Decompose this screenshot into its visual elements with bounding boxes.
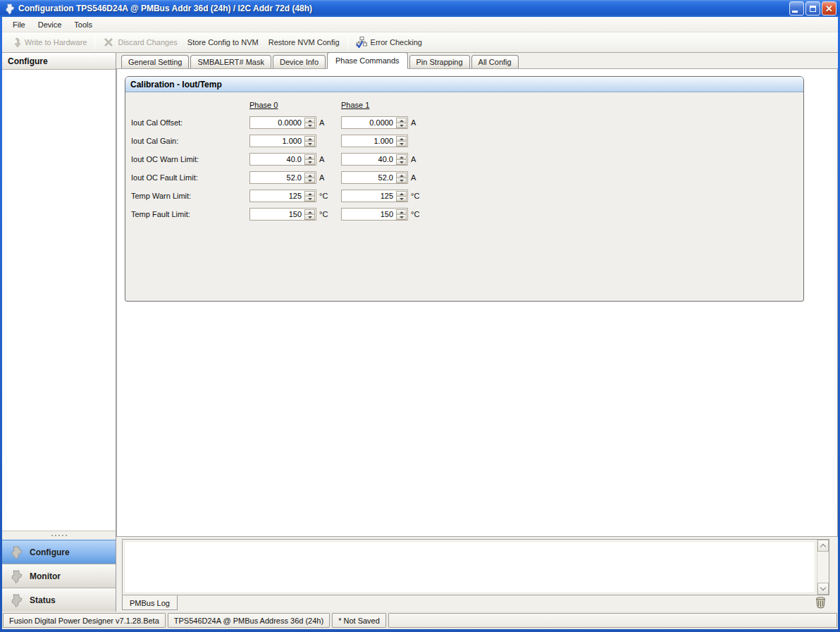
up-arrow-icon <box>308 211 312 213</box>
spin-down-button[interactable] <box>396 178 407 183</box>
iout-oc-fault-phase0-field[interactable] <box>249 171 316 184</box>
error-checking-label: Error Checking <box>371 38 422 47</box>
spin-down-button[interactable] <box>304 178 315 183</box>
pmbus-log-panel <box>122 539 829 595</box>
spin-down-button[interactable] <box>396 196 407 202</box>
spinner <box>396 209 407 219</box>
spin-down-button[interactable] <box>304 159 315 165</box>
iout-oc-warn-phase1-field[interactable] <box>341 153 408 166</box>
toolbar-separator <box>347 35 348 49</box>
temp-fault-phase0-field[interactable] <box>249 208 316 221</box>
status-app-version: Fusion Digital Power Designer v7.1.28.Be… <box>3 613 166 628</box>
clear-log-trash-icon[interactable] <box>815 597 827 609</box>
discard-changes-button[interactable]: Discard Changes <box>98 34 182 51</box>
sidebar-splitter-handle[interactable] <box>2 531 116 540</box>
unit-label: A <box>319 155 324 163</box>
write-to-hardware-button[interactable]: Write to Hardware <box>5 34 92 51</box>
iout-oc-fault-phase1-field[interactable] <box>341 171 408 184</box>
down-arrow-icon <box>400 125 404 127</box>
error-checking-button[interactable]: Error Checking <box>351 34 427 51</box>
iout-oc-warn-phase0-field[interactable] <box>249 153 316 166</box>
tab-all-config[interactable]: All Config <box>471 55 519 68</box>
row-label: Iout Cal Offset: <box>131 118 249 127</box>
restore-nvm-config-button[interactable]: Restore NVM Config <box>264 34 345 51</box>
temp-warn-phase1-field[interactable] <box>341 190 408 202</box>
discard-changes-label: Discard Changes <box>118 38 177 47</box>
minimize-icon <box>792 11 798 13</box>
tab-pin-strapping[interactable]: Pin Strapping <box>409 55 470 68</box>
menu-file[interactable]: File <box>6 18 32 31</box>
tab-pmbus-log[interactable]: PMBus Log <box>122 595 178 610</box>
nav-configure-button[interactable]: Configure <box>2 540 116 564</box>
row-iout-cal-offset: Iout Cal Offset: A <box>125 113 803 132</box>
tab-phase-commands[interactable]: Phase Commands <box>327 52 408 69</box>
menu-device[interactable]: Device <box>32 18 68 31</box>
phase1-column-header: Phase 1 <box>341 101 433 109</box>
spinner <box>304 118 315 128</box>
temp-warn-phase0-field[interactable] <box>249 190 316 202</box>
spinner <box>304 136 315 146</box>
spin-down-button[interactable] <box>396 214 407 220</box>
iout-cal-offset-phase1-field[interactable] <box>341 116 408 129</box>
up-arrow-icon <box>400 156 404 159</box>
spin-down-button[interactable] <box>396 123 407 128</box>
unit-label: °C <box>319 192 328 200</box>
configure-tree[interactable] <box>2 70 116 531</box>
up-arrow-icon <box>400 175 404 177</box>
toolbar: Write to Hardware Discard Changes Store … <box>2 32 838 53</box>
spin-down-button[interactable] <box>304 123 315 128</box>
nav-status-button[interactable]: Status <box>2 588 116 612</box>
phase0-column-header: Phase 0 <box>249 101 341 109</box>
tab-smbalert-mask[interactable]: SMBALERT# Mask <box>190 55 271 68</box>
spin-down-button[interactable] <box>304 141 315 147</box>
row-label: Iout OC Warn Limit: <box>131 155 249 163</box>
spin-down-button[interactable] <box>304 196 315 202</box>
temp-fault-phase1-field[interactable] <box>341 208 408 221</box>
close-button[interactable]: ✕ <box>822 1 836 16</box>
unit-label: °C <box>319 210 328 218</box>
ti-logo-icon <box>9 545 23 559</box>
store-config-to-nvm-button[interactable]: Store Config to NVM <box>183 34 264 51</box>
tab-general-setting[interactable]: General Setting <box>121 55 189 68</box>
tab-device-info[interactable]: Device Info <box>273 55 326 68</box>
unit-label: °C <box>411 192 419 200</box>
row-label: Temp Fault Limit: <box>131 210 249 218</box>
row-temp-fault-limit: Temp Fault Limit: °C <box>125 205 803 223</box>
close-icon: ✕ <box>825 4 833 13</box>
calibration-panel-title: Calibration - Iout/Temp <box>125 77 803 92</box>
spinner <box>304 209 315 219</box>
spin-down-button[interactable] <box>396 141 407 147</box>
menu-bar: File Device Tools <box>2 17 838 32</box>
log-scrollbar[interactable] <box>817 540 829 595</box>
minimize-button[interactable] <box>789 1 804 16</box>
maximize-button[interactable] <box>805 1 820 16</box>
toolbar-separator <box>94 35 95 49</box>
unit-label: A <box>319 173 324 182</box>
row-iout-oc-fault-limit: Iout OC Fault Limit: A <box>125 168 803 187</box>
spin-down-button[interactable] <box>396 159 407 165</box>
iout-cal-gain-phase0-field[interactable] <box>249 135 316 147</box>
iout-cal-offset-phase0-field[interactable] <box>249 116 316 129</box>
scroll-down-button[interactable] <box>817 583 829 595</box>
up-arrow-icon <box>308 156 312 159</box>
nav-monitor-button[interactable]: Monitor <box>2 564 116 588</box>
menu-tools[interactable]: Tools <box>68 18 99 31</box>
sidebar-header: Configure <box>2 53 116 70</box>
write-to-hardware-label: Write to Hardware <box>25 38 87 47</box>
spin-down-button[interactable] <box>304 214 315 220</box>
spinner <box>304 173 315 182</box>
pmbus-log-content[interactable] <box>124 541 815 593</box>
down-arrow-icon <box>308 125 312 127</box>
app-window: Configuration TPS546D24A @ PMBus Addr 36… <box>0 0 840 632</box>
unit-label: °C <box>411 210 419 218</box>
down-arrow-icon <box>308 143 312 145</box>
status-spacer <box>388 613 837 628</box>
down-arrow-icon <box>400 216 404 218</box>
unit-label: A <box>411 118 416 127</box>
scroll-up-button[interactable] <box>817 540 829 552</box>
spinner <box>396 191 407 201</box>
iout-cal-gain-phase1-field[interactable] <box>341 135 408 147</box>
window-title: Configuration TPS546D24A @ PMBus Addr 36… <box>18 4 785 13</box>
up-arrow-icon <box>400 120 404 122</box>
down-arrow-icon <box>308 180 312 182</box>
